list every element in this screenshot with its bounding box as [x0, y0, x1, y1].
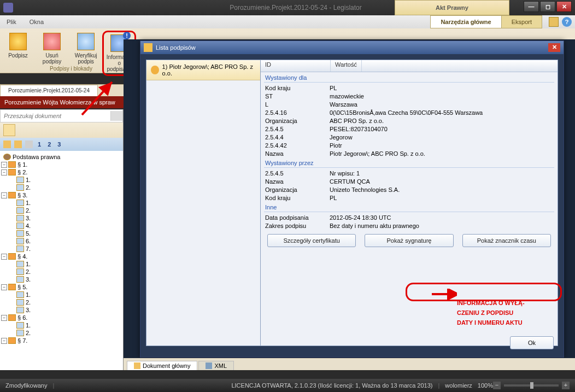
collapse-icon[interactable]: −: [1, 338, 7, 344]
detail-row[interactable]: 2.5.4.4Jegorow: [264, 133, 554, 141]
detail-row[interactable]: LWarszawa: [264, 100, 554, 108]
document-tab[interactable]: Porozumienie.Projekt.2012-05-24: [0, 85, 98, 96]
ribbon-podpisz[interactable]: Podpisz: [3, 31, 33, 61]
zoom-slider[interactable]: [504, 384, 559, 387]
ribbon-weryfikuj[interactable]: Weryfikuj podpis: [71, 31, 101, 67]
detail-row[interactable]: NazwaPiotr Jegorow\; ABC PRO Sp. z o.o.: [264, 149, 554, 157]
detail-value: Piotr: [330, 142, 553, 149]
detail-value: Bez daty i numeru aktu prawnego: [330, 223, 553, 229]
collapse-icon[interactable]: −: [1, 284, 7, 290]
tree-node-s1[interactable]: −§ 1.: [1, 161, 122, 168]
search-input[interactable]: [1, 113, 110, 119]
tab-dokument-glowny[interactable]: Dokument główny: [127, 361, 197, 370]
detail-row[interactable]: NazwaCERTUM QCA: [264, 177, 554, 185]
outline-tab-icon[interactable]: [3, 124, 15, 136]
menu-okna[interactable]: Okna: [23, 19, 50, 25]
dialog-titlebar[interactable]: Lista podpisów ✕: [140, 41, 564, 54]
tree-node-s7[interactable]: −§ 7.: [1, 337, 122, 344]
detail-row[interactable]: Data podpisania2012-05-24 18:30 UTC: [264, 213, 554, 221]
search-go-icon[interactable]: [110, 111, 122, 121]
tree-node-s4-1[interactable]: 1.: [1, 260, 122, 268]
detail-value: 2012-05-24 18:30 UTC: [330, 214, 553, 221]
ok-button[interactable]: Ok: [510, 336, 554, 349]
help-button[interactable]: ?: [562, 17, 572, 27]
tab-xml[interactable]: XML: [198, 361, 234, 370]
collapse-icon[interactable]: −: [1, 169, 7, 175]
detail-value: PL: [330, 85, 553, 91]
tree-node-s4[interactable]: −§ 4.: [1, 253, 122, 260]
para-icon: [8, 284, 16, 290]
dialog-close-button[interactable]: ✕: [548, 43, 560, 52]
tree-node-s3-2[interactable]: 2.: [1, 207, 122, 214]
detail-row[interactable]: OrganizacjaUnizeto Technologies S.A.: [264, 185, 554, 194]
tree-node-s2-2[interactable]: 2.: [1, 184, 122, 191]
detail-row[interactable]: 2.5.4.42Piotr: [264, 141, 554, 149]
tree-node-s2[interactable]: −§ 2.: [1, 168, 122, 176]
tree-node-s4-3[interactable]: 3.: [1, 276, 122, 283]
tree-node-s5-1[interactable]: 1.: [1, 291, 122, 299]
folder-icon[interactable]: [549, 17, 559, 27]
collapse-icon[interactable]: −: [1, 254, 7, 260]
tree-node-s5[interactable]: −§ 5.: [1, 283, 122, 291]
tool-icon-3[interactable]: [25, 141, 33, 148]
tree-node-s5-3[interactable]: 3.: [1, 306, 122, 314]
level-2[interactable]: 2: [46, 141, 52, 148]
tool-icon-1[interactable]: [3, 141, 11, 148]
detail-row[interactable]: OrganizacjaABC PRO Sp. z o.o.: [264, 116, 554, 125]
detail-row[interactable]: STmazowieckie: [264, 92, 554, 100]
sub-icon: [16, 215, 24, 221]
tree-node-s3-4[interactable]: 4.: [1, 222, 122, 230]
signature-list-item[interactable]: 1) Piotr Jegorow\; ABC PRO Sp. z o.o.: [146, 60, 260, 80]
menu-plik[interactable]: Plik: [0, 19, 23, 25]
level-3[interactable]: 3: [56, 141, 62, 148]
collapse-icon[interactable]: −: [1, 192, 7, 198]
zoom-out-button[interactable]: −: [493, 382, 501, 389]
detail-row[interactable]: Kod krajuPL: [264, 194, 554, 202]
tab-narzedzia-glowne[interactable]: Narzędzia główne: [430, 15, 501, 28]
detail-row[interactable]: 2.5.4.160(\0C\15BronisÅ‚awa Czecha 59\0C…: [264, 108, 554, 116]
col-id[interactable]: ID: [261, 60, 331, 72]
document-tab-strip: Porozumienie.Projekt.2012-05-24: [0, 84, 124, 96]
detail-row[interactable]: Zakres podpisuBez daty i numeru aktu pra…: [264, 221, 554, 230]
zoom-thumb[interactable]: [530, 382, 533, 389]
collapse-icon[interactable]: −: [1, 315, 7, 321]
signature-item-label: 1) Piotr Jegorow\; ABC PRO Sp. z o.o.: [162, 63, 256, 77]
tree-node-s6-2[interactable]: 2.: [1, 329, 122, 337]
detail-value: 0(\0C\15BronisÅ‚awa Czecha 59\0C\0F04-55…: [330, 109, 553, 116]
detail-row[interactable]: Kod krajuPL: [264, 84, 554, 92]
left-panel: 1 2 3 Podstawa prawna −§ 1. −§ 2. 1. 2. …: [0, 109, 124, 370]
tree-node-podstawa[interactable]: Podstawa prawna: [1, 153, 122, 161]
tab-eksport[interactable]: Eksport: [501, 15, 542, 28]
minimize-button[interactable]: —: [524, 1, 539, 12]
tree-node-s5-2[interactable]: 2.: [1, 299, 122, 306]
ribbon-usun-podpisy[interactable]: Usuń podpisy: [34, 31, 69, 67]
sub-icon: [16, 307, 24, 313]
close-button[interactable]: ✕: [556, 1, 572, 12]
btn-szczegoly-certyfikatu[interactable]: Szczegóły certyfikatu: [267, 234, 356, 247]
tree-node-s3-6[interactable]: 6.: [1, 237, 122, 245]
detail-row[interactable]: 2.5.4.5Nr wpisu: 1: [264, 169, 554, 177]
tree-node-s3-3[interactable]: 3.: [1, 214, 122, 222]
tree-node-s3-1[interactable]: 1.: [1, 199, 122, 207]
btn-pokaz-sygnature[interactable]: Pokaż sygnaturę: [365, 234, 453, 247]
tree-node-s6[interactable]: −§ 6.: [1, 314, 122, 321]
tree-node-s2-1[interactable]: 1.: [1, 176, 122, 184]
outline-tree[interactable]: Podstawa prawna −§ 1. −§ 2. 1. 2. −§ 3. …: [0, 151, 123, 370]
zoom-in-button[interactable]: +: [562, 382, 570, 389]
tool-icon-2[interactable]: [14, 141, 22, 148]
sub-icon: [16, 261, 24, 267]
context-tab-akt-prawny[interactable]: Akt Prawny: [395, 0, 509, 15]
detail-value: Warszawa: [330, 101, 553, 108]
tree-node-s3[interactable]: −§ 3.: [1, 191, 122, 199]
level-1[interactable]: 1: [36, 141, 43, 148]
maximize-button[interactable]: ◻: [540, 1, 555, 12]
tree-node-s6-1[interactable]: 1.: [1, 321, 122, 329]
collapse-icon[interactable]: −: [1, 162, 7, 168]
detail-row[interactable]: 2.5.4.5PESEL:82073104070: [264, 125, 554, 133]
tree-node-s3-5[interactable]: 5.: [1, 230, 122, 237]
col-value[interactable]: Wartość: [331, 60, 362, 72]
para-icon: [8, 169, 16, 175]
tree-node-s4-2[interactable]: 2.: [1, 268, 122, 276]
tree-node-s3-7[interactable]: 7.: [1, 245, 122, 253]
btn-pokaz-znacznik-czasu[interactable]: Pokaż znacznik czasu: [462, 234, 551, 247]
